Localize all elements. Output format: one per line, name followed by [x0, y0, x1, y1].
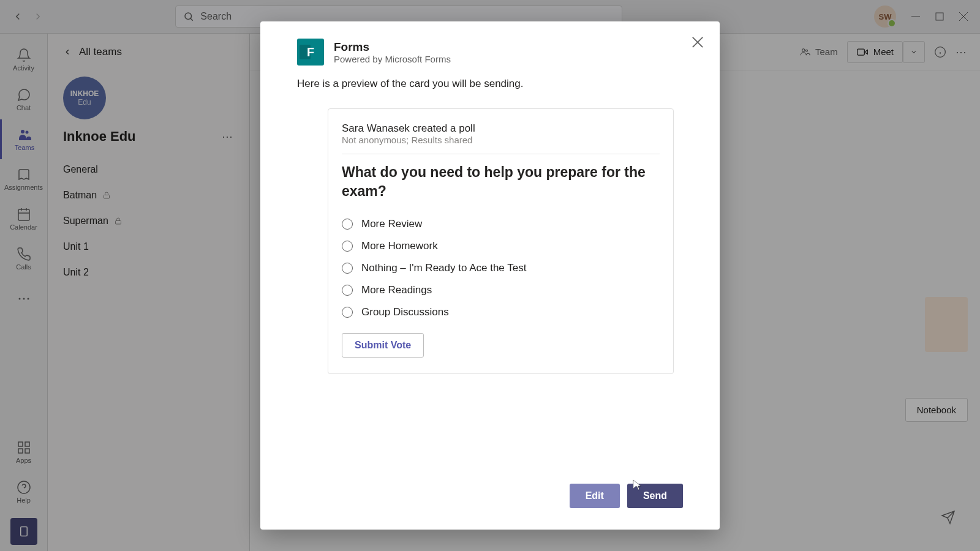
radio-icon	[342, 307, 353, 318]
edit-button[interactable]: Edit	[570, 484, 620, 508]
poll-option[interactable]: Group Discussions	[342, 301, 660, 323]
forms-modal: F Forms Powered by Microsoft Forms Here …	[260, 21, 720, 530]
forms-app-icon: F	[297, 39, 324, 66]
modal-subtitle: Powered by Microsoft Forms	[334, 54, 451, 64]
cursor-icon	[632, 479, 643, 492]
poll-option[interactable]: More Review	[342, 213, 660, 235]
poll-option[interactable]: More Readings	[342, 279, 660, 301]
poll-author: Sara Wanasek created a poll	[342, 122, 660, 135]
send-button[interactable]: Send	[627, 484, 683, 508]
poll-option[interactable]: More Homework	[342, 235, 660, 257]
radio-icon	[342, 219, 353, 230]
poll-meta: Not anonymous; Results shared	[342, 135, 660, 154]
modal-description: Here is a preview of the card you will b…	[297, 78, 683, 90]
poll-preview-card: Sara Wanasek created a poll Not anonymou…	[328, 108, 674, 374]
poll-option[interactable]: Nothing – I'm Ready to Ace the Test	[342, 257, 660, 279]
poll-options: More Review More Homework Nothing – I'm …	[342, 213, 660, 323]
close-icon[interactable]	[689, 34, 706, 51]
poll-question: What do you need to help you prepare for…	[342, 163, 660, 201]
modal-title: Forms	[334, 40, 451, 54]
radio-icon	[342, 285, 353, 296]
radio-icon	[342, 241, 353, 252]
radio-icon	[342, 263, 353, 274]
submit-vote-button[interactable]: Submit Vote	[342, 333, 424, 358]
